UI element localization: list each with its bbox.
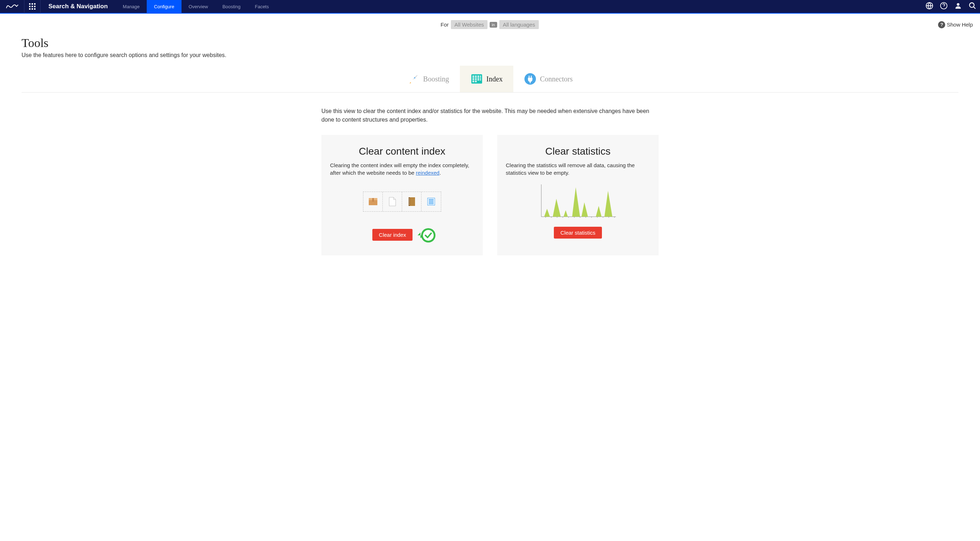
svg-point-14: [414, 77, 415, 79]
globe-icon[interactable]: [926, 2, 933, 11]
show-help-button[interactable]: ? Show Help: [938, 21, 973, 28]
cards-row: Clear content index Clearing the content…: [321, 135, 659, 255]
svg-rect-2: [34, 3, 35, 5]
stats-chart-illustration: [506, 184, 650, 220]
svg-rect-24: [473, 79, 474, 80]
brand-logo[interactable]: [0, 0, 24, 13]
show-help-label: Show Help: [947, 22, 973, 28]
svg-rect-8: [34, 8, 35, 10]
filter-in-label: in: [490, 22, 497, 28]
svg-rect-3: [29, 6, 30, 7]
topbar-nav: Manage Configure Overview Boosting Facet…: [116, 0, 276, 13]
content: Tools Use the features here to configure…: [0, 33, 980, 270]
subtab-index-label: Index: [487, 75, 503, 83]
content-types-illustration: [330, 184, 474, 220]
nav-facets[interactable]: Facets: [248, 0, 276, 13]
nav-boosting[interactable]: Boosting: [215, 0, 248, 13]
clear-index-desc-suffix: .: [439, 170, 441, 176]
svg-point-47: [423, 230, 434, 241]
clear-statistics-button[interactable]: Clear statistics: [554, 227, 602, 239]
svg-rect-22: [477, 78, 479, 79]
subtab-boosting[interactable]: Boosting: [397, 66, 460, 92]
svg-marker-65: [563, 210, 568, 217]
svg-point-11: [957, 3, 959, 6]
subtab-boosting-label: Boosting: [423, 75, 449, 83]
svg-rect-5: [34, 6, 35, 7]
search-icon[interactable]: [969, 2, 977, 11]
page-title: Tools: [22, 36, 958, 50]
question-icon: ?: [938, 21, 945, 28]
svg-rect-23: [480, 78, 481, 79]
subtab-connectors-label: Connectors: [540, 75, 573, 83]
svg-rect-33: [372, 198, 374, 202]
languages-selector[interactable]: All languages: [500, 20, 539, 29]
apps-menu-icon[interactable]: [24, 0, 41, 13]
main-description: Use this view to clear the content index…: [321, 107, 659, 124]
svg-point-39: [409, 203, 410, 204]
svg-rect-27: [480, 79, 481, 80]
svg-rect-1: [32, 3, 33, 5]
user-icon[interactable]: [954, 2, 962, 11]
svg-marker-67: [581, 202, 588, 217]
svg-rect-21: [475, 78, 477, 79]
svg-point-12: [970, 3, 974, 8]
subtab-connectors[interactable]: Connectors: [513, 66, 583, 92]
document-icon: [422, 192, 441, 211]
clear-statistics-card: Clear statistics Clearing the statistics…: [497, 135, 659, 255]
clear-content-index-card: Clear content index Clearing the content…: [321, 135, 483, 255]
svg-point-36: [409, 198, 410, 199]
package-icon: [363, 192, 383, 211]
clear-stats-desc: Clearing the statistics will remove all …: [506, 161, 650, 184]
reindexed-link[interactable]: reindexed: [416, 170, 439, 176]
svg-rect-19: [480, 76, 481, 77]
filter-for-label: For: [441, 22, 449, 28]
topbar: Search & Navigation Manage Configure Ove…: [0, 0, 980, 14]
nav-configure[interactable]: Configure: [147, 0, 181, 13]
svg-rect-7: [32, 8, 33, 10]
svg-point-37: [409, 200, 410, 200]
svg-rect-17: [475, 76, 477, 77]
svg-marker-64: [553, 199, 561, 217]
svg-point-40: [409, 204, 410, 205]
svg-rect-0: [29, 3, 30, 5]
help-icon[interactable]: [940, 2, 948, 11]
page-icon: [383, 192, 402, 211]
svg-marker-66: [572, 187, 580, 217]
svg-marker-68: [596, 206, 601, 217]
svg-rect-29: [475, 81, 477, 82]
svg-rect-4: [32, 6, 33, 7]
svg-rect-15: [471, 74, 482, 84]
nav-overview[interactable]: Overview: [181, 0, 215, 13]
notebook-icon: [402, 192, 422, 211]
svg-rect-16: [473, 76, 474, 77]
main-area: Use this view to clear the content index…: [321, 92, 659, 255]
subtabs: Boosting Index Connectors: [22, 66, 958, 92]
svg-rect-28: [473, 81, 474, 82]
rocket-icon: [407, 73, 420, 85]
app-title: Search & Navigation: [41, 3, 116, 10]
plug-icon: [524, 73, 536, 85]
success-check-icon: [416, 227, 432, 242]
clear-index-desc-prefix: Clearing the content index will empty th…: [330, 162, 469, 176]
filter-bar: For All Websites in All languages ? Show…: [0, 14, 980, 33]
grid-icon: [471, 73, 483, 85]
svg-rect-6: [29, 8, 30, 10]
websites-selector[interactable]: All Websites: [451, 20, 487, 29]
subtab-index[interactable]: Index: [460, 66, 514, 92]
clear-stats-title: Clear statistics: [506, 146, 650, 157]
svg-rect-18: [477, 76, 479, 77]
svg-line-13: [974, 7, 976, 9]
svg-marker-69: [605, 191, 612, 217]
clear-index-button[interactable]: Clear index: [372, 229, 412, 241]
clear-index-desc: Clearing the content index will empty th…: [330, 161, 474, 184]
svg-rect-25: [475, 79, 477, 80]
clear-index-title: Clear content index: [330, 146, 474, 157]
svg-point-38: [409, 201, 410, 202]
topbar-right: [926, 2, 980, 11]
svg-rect-20: [473, 78, 474, 79]
page-subtitle: Use the features here to configure searc…: [22, 52, 958, 59]
svg-marker-63: [544, 209, 550, 217]
nav-manage[interactable]: Manage: [116, 0, 147, 13]
svg-rect-26: [477, 79, 479, 80]
